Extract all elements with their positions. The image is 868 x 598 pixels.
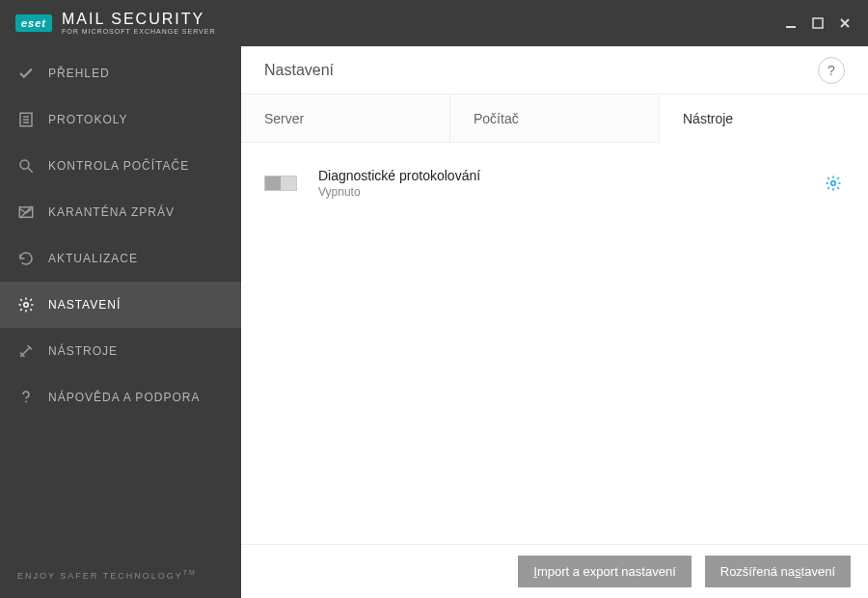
setting-status: Vypnuto (318, 185, 822, 199)
refresh-icon (17, 250, 42, 267)
tab-tools[interactable]: Nástroje (660, 95, 868, 143)
setting-text: Diagnostické protokolování Vypnuto (318, 168, 822, 199)
tab-label: Server (264, 111, 304, 126)
main: Nastavení ? Server Počítač Nástroje (241, 46, 868, 598)
sidebar-footer: ENJOY SAFER TECHNOLOGYTM (0, 552, 241, 598)
toggle-diagnostic-logging[interactable] (264, 176, 297, 191)
tab-label: Nástroje (683, 111, 733, 126)
setting-configure-button[interactable] (822, 172, 845, 195)
sidebar-item-label: AKTUALIZACE (48, 252, 138, 265)
content: Diagnostické protokolování Vypnuto (241, 143, 868, 544)
titlebar: eset MAIL SECURITY FOR MICROSOFT EXCHANG… (0, 0, 868, 46)
brand-badge: eset (15, 14, 52, 32)
advanced-settings-button[interactable]: Rozšířená nastavení (705, 556, 851, 587)
close-icon (839, 17, 851, 29)
search-icon (17, 157, 42, 175)
sidebar-item-label: KARANTÉNA ZPRÁV (48, 205, 175, 219)
envelope-blocked-icon (17, 204, 42, 221)
sidebar: PŘEHLED PROTOKOLY KONTROLA POČÍTAČE (0, 46, 241, 598)
setting-title: Diagnostické protokolování (318, 168, 822, 183)
help-icon (17, 389, 42, 406)
gear-icon (825, 175, 842, 192)
svg-point-6 (20, 160, 29, 169)
footer: Import a export nastavení Rozšířená nast… (241, 544, 868, 598)
brand-text: MAIL SECURITY FOR MICROSOFT EXCHANGE SER… (62, 11, 215, 35)
svg-point-12 (831, 181, 836, 186)
svg-rect-1 (813, 18, 823, 28)
tab-label: Počítač (474, 111, 519, 126)
sidebar-item-label: KONTROLA POČÍTAČE (48, 159, 189, 173)
minimize-icon (785, 17, 797, 29)
svg-point-10 (24, 303, 29, 308)
page-header: Nastavení ? (241, 46, 868, 95)
svg-line-7 (28, 168, 33, 173)
help-button[interactable]: ? (818, 57, 845, 84)
sidebar-item-tools[interactable]: NÁSTROJE (0, 328, 241, 374)
check-icon (17, 65, 42, 82)
question-icon: ? (827, 63, 835, 78)
sidebar-item-update[interactable]: AKTUALIZACE (0, 235, 241, 282)
tab-server[interactable]: Server (241, 95, 450, 142)
svg-line-9 (20, 206, 32, 218)
nav: PŘEHLED PROTOKOLY KONTROLA POČÍTAČE (0, 46, 241, 552)
page-title: Nastavení (264, 62, 334, 79)
sidebar-item-label: PŘEHLED (48, 67, 110, 80)
sidebar-item-label: NÁSTROJE (48, 344, 118, 358)
sidebar-item-overview[interactable]: PŘEHLED (0, 50, 241, 96)
close-button[interactable] (831, 10, 858, 37)
minimize-button[interactable] (777, 10, 804, 37)
maximize-icon (812, 17, 824, 29)
setting-row-diagnostic-logging: Diagnostické protokolování Vypnuto (264, 162, 845, 204)
import-export-button[interactable]: Import a export nastavení (518, 556, 691, 587)
sidebar-item-help[interactable]: NÁPOVĚDA A PODPORA (0, 374, 241, 421)
brand-subtitle: FOR MICROSOFT EXCHANGE SERVER (62, 28, 215, 36)
sidebar-item-label: PROTOKOLY (48, 113, 128, 126)
gear-icon (17, 296, 42, 313)
sidebar-item-scan[interactable]: KONTROLA POČÍTAČE (0, 143, 241, 189)
sidebar-item-label: NASTAVENÍ (48, 298, 121, 312)
brand-title: MAIL SECURITY (62, 11, 215, 28)
tab-computer[interactable]: Počítač (450, 95, 660, 142)
toggle-knob (265, 177, 281, 190)
svg-point-11 (25, 401, 27, 403)
sidebar-item-logs[interactable]: PROTOKOLY (0, 96, 241, 143)
sidebar-item-label: NÁPOVĚDA A PODPORA (48, 391, 200, 404)
tools-icon (17, 342, 42, 360)
svg-rect-0 (786, 26, 796, 28)
list-icon (17, 111, 42, 128)
sidebar-item-settings[interactable]: NASTAVENÍ (0, 282, 241, 328)
tabs: Server Počítač Nástroje (241, 95, 868, 143)
maximize-button[interactable] (804, 10, 831, 37)
sidebar-item-quarantine[interactable]: KARANTÉNA ZPRÁV (0, 189, 241, 235)
